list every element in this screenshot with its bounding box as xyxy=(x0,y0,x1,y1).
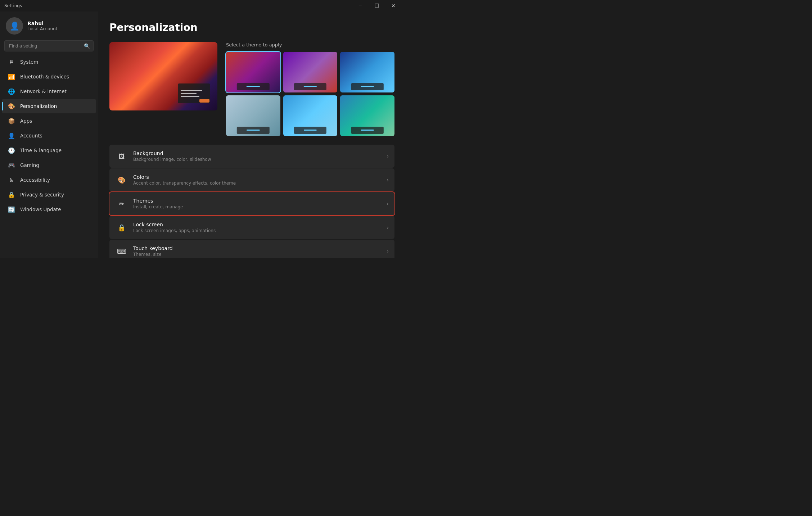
taskbar-orange-btn xyxy=(199,99,209,103)
app-title: Settings xyxy=(4,3,352,8)
chevron-icon-background: › xyxy=(387,153,389,159)
theme-grid-title: Select a theme to apply xyxy=(226,42,394,47)
theme-thumb-4[interactable] xyxy=(226,95,280,136)
page-title: Personalization xyxy=(109,22,394,33)
sidebar-item-time[interactable]: 🕐 Time & language xyxy=(2,143,96,158)
search-icon: 🔍 xyxy=(84,43,90,49)
taskbar-bar-2 xyxy=(304,86,317,87)
minimize-button[interactable]: − xyxy=(352,0,369,12)
taskbar-bar-6 xyxy=(361,130,374,131)
sidebar-item-update[interactable]: 🔄 Windows Update xyxy=(2,202,96,217)
titlebar: Settings − ❐ ✕ xyxy=(0,0,406,12)
nav-label-time: Time & language xyxy=(20,148,62,153)
search-box[interactable]: 🔍 xyxy=(4,40,94,51)
nav-label-network: Network & internet xyxy=(20,89,67,94)
theme-thumb-taskbar-4 xyxy=(237,127,269,134)
avatar-icon: 👤 xyxy=(10,22,19,31)
theme-thumb-taskbar-3 xyxy=(351,83,383,90)
user-section[interactable]: 👤 Rahul Local Account xyxy=(0,12,98,39)
chevron-icon-colors: › xyxy=(387,177,389,183)
taskbar-line-2 xyxy=(181,93,197,94)
wallpaper-preview xyxy=(109,42,217,110)
settings-sub-themes: Install, create, manage xyxy=(133,204,387,209)
chevron-icon-touchkeyboard: › xyxy=(387,248,389,254)
sidebar: 👤 Rahul Local Account 🔍 🖥 System 📶 Bluet… xyxy=(0,12,98,258)
theme-thumb-3[interactable] xyxy=(340,52,394,92)
taskbar-bar-3 xyxy=(361,86,374,87)
settings-title-themes: Themes xyxy=(133,198,387,204)
nav-icon-personalization: 🎨 xyxy=(8,103,15,110)
sidebar-item-gaming[interactable]: 🎮 Gaming xyxy=(2,158,96,172)
nav-icon-bluetooth: 📶 xyxy=(8,73,15,80)
settings-item-touchkeyboard[interactable]: ⌨ Touch keyboard Themes, size › xyxy=(109,240,394,258)
taskbar-bar-4 xyxy=(247,130,260,131)
nav-icon-time: 🕐 xyxy=(8,147,15,154)
sidebar-item-system[interactable]: 🖥 System xyxy=(2,55,96,69)
settings-title-colors: Colors xyxy=(133,174,387,180)
settings-icon-themes: ✏️ xyxy=(115,197,128,210)
nav-label-gaming: Gaming xyxy=(20,162,39,168)
theme-thumb-taskbar-5 xyxy=(294,127,326,134)
settings-icon-touchkeyboard: ⌨ xyxy=(115,245,128,258)
settings-text-themes: Themes Install, create, manage xyxy=(133,198,387,209)
nav-icon-apps: 📦 xyxy=(8,117,15,125)
nav-icon-accessibility: ♿ xyxy=(8,176,15,184)
settings-icon-lockscreen: 🔒 xyxy=(115,221,128,234)
theme-thumb-taskbar-6 xyxy=(351,127,383,134)
user-subtitle: Local Account xyxy=(27,26,57,31)
search-input[interactable] xyxy=(4,40,94,51)
nav-label-accounts: Accounts xyxy=(20,133,42,139)
theme-grid xyxy=(226,52,394,136)
theme-thumb-1[interactable] xyxy=(226,52,280,92)
sidebar-item-network[interactable]: 🌐 Network & internet xyxy=(2,84,96,99)
settings-item-lockscreen[interactable]: 🔒 Lock screen Lock screen images, apps, … xyxy=(109,216,394,239)
taskbar-bar-5 xyxy=(304,130,317,131)
nav-label-update: Windows Update xyxy=(20,207,61,212)
sidebar-item-bluetooth[interactable]: 📶 Bluetooth & devices xyxy=(2,69,96,84)
settings-text-background: Background Background image, color, slid… xyxy=(133,150,387,162)
sidebar-item-accessibility[interactable]: ♿ Accessibility xyxy=(2,173,96,187)
taskbar-line-1 xyxy=(181,90,202,91)
nav-icon-update: 🔄 xyxy=(8,206,15,213)
taskbar-bar-1 xyxy=(247,86,260,87)
sidebar-item-apps[interactable]: 📦 Apps xyxy=(2,114,96,128)
theme-thumb-2[interactable] xyxy=(283,52,338,92)
nav-label-accessibility: Accessibility xyxy=(20,177,50,183)
close-button[interactable]: ✕ xyxy=(385,0,402,12)
avatar: 👤 xyxy=(6,17,23,35)
settings-title-background: Background xyxy=(133,150,387,156)
window-controls: − ❐ ✕ xyxy=(352,0,402,12)
sidebar-item-privacy[interactable]: 🔒 Privacy & security xyxy=(2,187,96,202)
sidebar-item-accounts[interactable]: 👤 Accounts xyxy=(2,128,96,143)
settings-title-lockscreen: Lock screen xyxy=(133,222,387,227)
nav-label-privacy: Privacy & security xyxy=(20,192,64,198)
settings-title-touchkeyboard: Touch keyboard xyxy=(133,245,387,251)
nav-icon-system: 🖥 xyxy=(8,58,15,65)
settings-list: 🖼 Background Background image, color, sl… xyxy=(109,145,394,258)
user-name: Rahul xyxy=(27,21,57,26)
taskbar-line-3 xyxy=(181,96,199,97)
nav-icon-accounts: 👤 xyxy=(8,132,15,139)
settings-item-themes[interactable]: ✏️ Themes Install, create, manage › xyxy=(109,192,394,215)
theme-thumb-taskbar-2 xyxy=(294,83,326,90)
nav-label-personalization: Personalization xyxy=(20,103,57,109)
settings-item-colors[interactable]: 🎨 Colors Accent color, transparency effe… xyxy=(109,168,394,191)
settings-text-lockscreen: Lock screen Lock screen images, apps, an… xyxy=(133,222,387,233)
theme-grid-section: Select a theme to apply xyxy=(226,42,394,136)
settings-icon-colors: 🎨 xyxy=(115,173,128,186)
theme-section: Select a theme to apply xyxy=(109,42,394,136)
sidebar-item-personalization[interactable]: 🎨 Personalization xyxy=(2,99,96,113)
user-info: Rahul Local Account xyxy=(27,21,57,31)
theme-thumb-6[interactable] xyxy=(340,95,394,136)
nav-icon-privacy: 🔒 xyxy=(8,191,15,198)
settings-text-colors: Colors Accent color, transparency effect… xyxy=(133,174,387,186)
nav-list: 🖥 System 📶 Bluetooth & devices 🌐 Network… xyxy=(0,54,98,217)
settings-icon-background: 🖼 xyxy=(115,150,128,163)
nav-icon-network: 🌐 xyxy=(8,88,15,95)
theme-thumb-5[interactable] xyxy=(283,95,338,136)
settings-item-background[interactable]: 🖼 Background Background image, color, sl… xyxy=(109,145,394,168)
nav-label-bluetooth: Bluetooth & devices xyxy=(20,74,69,80)
restore-button[interactable]: ❐ xyxy=(369,0,385,12)
chevron-icon-lockscreen: › xyxy=(387,225,389,230)
app-body: 👤 Rahul Local Account 🔍 🖥 System 📶 Bluet… xyxy=(0,12,406,258)
